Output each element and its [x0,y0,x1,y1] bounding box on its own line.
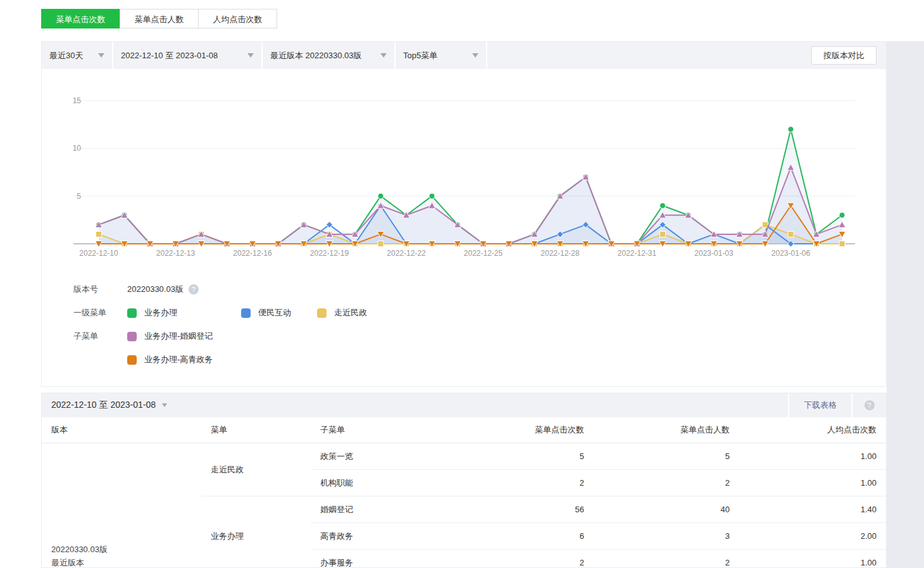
stats-table-head: 版本菜单子菜单菜单点击次数菜单点击人数人均点击次数 [42,417,886,443]
top5-dropdown[interactable]: Top5菜单 [396,42,487,69]
series-point[interactable] [96,231,102,237]
value-cell: 6 [491,523,594,550]
series-point[interactable] [839,241,845,247]
tab-avg-clicks[interactable]: 人均点击次数 [198,9,277,28]
version-tag: 最近版本 [51,556,201,568]
chevron-down-icon [98,53,104,58]
legend-item[interactable]: 业务办理-高青政务 [127,354,213,365]
line-chart[interactable]: 510152022-12-102022-12-132022-12-162022-… [42,69,886,287]
value-cell: 2.00 [739,523,886,550]
range-preset-dropdown[interactable]: 最近30天 [42,42,113,69]
chevron-down-icon [162,403,167,407]
date-range-value: 2022-12-10 至 2023-01-08 [121,50,218,61]
range-preset-value: 最近30天 [49,50,83,61]
date-range-dropdown[interactable]: 2022-12-10 至 2023-01-08 [113,42,263,69]
value-cell: 40 [594,496,739,523]
legend-item-label: 业务办理-婚姻登记 [144,331,213,342]
download-table-button[interactable]: 下载表格 [788,393,852,417]
stats-table: 版本菜单子菜单菜单点击次数菜单点击人数人均点击次数 20220330.03版最近… [42,417,886,568]
value-cell: 1.00 [739,550,886,568]
x-tick-label: 2022-12-25 [464,249,503,258]
legend-item[interactable]: 业务办理-婚姻登记 [127,331,213,342]
x-tick-label: 2023-01-03 [694,249,734,258]
series-point[interactable] [429,193,435,199]
legend-swatch [127,332,137,341]
legend-level1-row: 一级菜单 业务办理便民互动走近民政 [73,308,367,318]
legend-swatch [127,308,137,318]
table-header-bar: 2022-12-10 至 2023-01-08 下载表格 ? [42,393,886,417]
legend-item[interactable]: 便民互动 [241,307,317,319]
legend-sub-row-2: 业务办理-高青政务 [73,355,367,365]
series-area [99,129,842,244]
column-header-4: 菜单点击人数 [594,417,739,443]
legend-item[interactable]: 业务办理 [127,307,241,319]
table-row: 20220330.03版最近版本走近民政政策一览551.00 [42,443,886,470]
menu-cell: 走近民政 [201,443,311,496]
value-cell: 2 [491,470,594,496]
value-cell: 1.40 [739,496,886,523]
legend-swatch [241,308,251,318]
x-tick-label: 2022-12-19 [310,249,349,258]
y-tick-label: 10 [73,144,82,153]
series-point[interactable] [660,203,666,208]
version-name: 20220330.03版 [51,543,201,556]
series-point[interactable] [378,193,384,199]
value-cell: 2 [491,550,594,568]
table-date-range-dropdown[interactable]: 2022-12-10 至 2023-01-08 [42,393,788,417]
legend-item[interactable]: 走近民政 [317,307,367,319]
x-tick-label: 2022-12-22 [387,249,426,258]
series-line [99,167,842,244]
level1-label: 一级菜单 [73,307,127,319]
legend-swatch [317,308,327,318]
legend-version-row: 版本号 20220330.03版 ? [73,284,367,294]
version-filter-value: 最近版本 20220330.03版 [270,50,362,61]
menu-cell: 业务办理 [201,496,311,568]
series-point[interactable] [660,231,666,237]
legend-item-label: 走近民政 [334,307,367,319]
help-icon[interactable]: ? [865,400,875,410]
series-point[interactable] [378,241,384,247]
legend-item-label: 便民互动 [258,307,291,319]
x-tick-label: 2022-12-16 [233,249,272,258]
top5-value: Top5菜单 [403,50,437,61]
table-help-cell: ? [852,393,886,417]
x-tick-label: 2023-01-06 [771,249,811,258]
page-right-margin [887,41,924,568]
sub-label: 子菜单 [73,331,127,342]
help-icon[interactable]: ? [189,284,199,294]
series-point[interactable] [788,127,794,132]
version-label: 版本号 [73,284,127,295]
filter-bar: 最近30天 2022-12-10 至 2023-01-08 最近版本 20220… [42,42,886,69]
chart-card: 最近30天 2022-12-10 至 2023-01-08 最近版本 20220… [41,41,887,387]
series-point[interactable] [839,212,845,218]
value-cell: 2 [594,470,739,496]
version-dropdown[interactable]: 最近版本 20220330.03版 [263,42,396,69]
table-date-range-value: 2022-12-10 至 2023-01-08 [51,400,156,411]
series-line [99,129,842,244]
series-area [99,167,842,244]
x-tick-label: 2022-12-31 [618,249,657,258]
chart-legend: 版本号 20220330.03版 ? 一级菜单 业务办理便民互动走近民政 子菜单… [73,284,367,378]
submenu-cell: 机构职能 [311,470,491,496]
y-tick-label: 15 [73,96,82,105]
submenu-cell: 办事服务 [311,550,491,568]
legend-item-label: 业务办理-高青政务 [144,354,213,365]
submenu-cell: 政策一览 [311,443,491,470]
value-cell: 1.00 [739,443,886,470]
stats-table-body: 20220330.03版最近版本走近民政政策一览551.00机构职能221.00… [42,443,886,568]
series-point[interactable] [788,231,794,237]
submenu-cell: 高青政务 [311,523,491,550]
x-tick-label: 2022-12-28 [540,249,580,258]
compare-by-version-button[interactable]: 按版本对比 [811,46,877,65]
value-cell: 3 [594,523,739,550]
series-point[interactable] [763,222,768,227]
column-header-3: 菜单点击次数 [491,417,594,443]
value-cell: 56 [491,496,594,523]
tab-menu-users[interactable]: 菜单点击人数 [120,9,199,28]
legend-swatch [127,355,137,365]
legend-item-label: 业务办理 [144,307,177,319]
value-cell: 5 [491,443,594,470]
x-tick-label: 2022-12-13 [156,249,196,258]
tab-menu-clicks[interactable]: 菜单点击次数 [41,9,120,28]
column-header-2: 子菜单 [311,417,491,443]
